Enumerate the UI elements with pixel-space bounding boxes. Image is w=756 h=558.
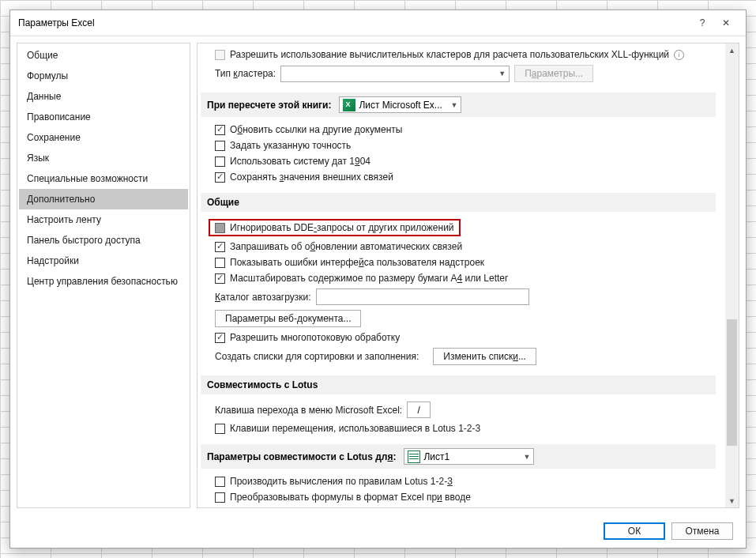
ignore-dde-checkbox[interactable] bbox=[215, 223, 225, 233]
content-panel: Разрешить использование вычислительных к… bbox=[197, 43, 725, 507]
chevron-down-icon: ▼ bbox=[498, 70, 506, 77]
ask-update-checkbox[interactable] bbox=[215, 242, 225, 252]
show-addin-err-checkbox[interactable] bbox=[215, 258, 225, 268]
recalc-book-select[interactable]: Лист Microsoft Ex... ▼ bbox=[339, 96, 461, 113]
dialog-title: Параметры Excel bbox=[18, 17, 690, 28]
recalc-section-header: При пересчете этой книги: Лист Microsoft… bbox=[201, 92, 716, 117]
update-links-checkbox[interactable] bbox=[215, 125, 225, 135]
allow-xll-checkbox bbox=[215, 50, 225, 60]
edit-lists-button[interactable]: Изменить списки... bbox=[433, 348, 536, 365]
sidebar-item-proofing[interactable]: Правописание bbox=[19, 107, 188, 127]
excel-options-dialog: Параметры Excel ? ✕ Общие Формулы Данные… bbox=[9, 9, 747, 549]
content-area: Разрешить использование вычислительных к… bbox=[197, 43, 739, 508]
menu-key-label: Клавиша перехода в меню Microsoft Excel: bbox=[215, 405, 402, 416]
lotus-convert-formulas-label: Преобразовывать формулы в формат Excel п… bbox=[230, 492, 471, 503]
save-ext-label: Сохранять значения внешних связей bbox=[230, 172, 393, 183]
set-precision-checkbox[interactable] bbox=[215, 141, 225, 151]
set-precision-label: Задать указанную точность bbox=[230, 140, 351, 151]
ask-update-label: Запрашивать об обновлении автоматических… bbox=[230, 241, 462, 252]
sidebar-item-accessibility[interactable]: Специальные возможности bbox=[19, 168, 188, 189]
dialog-body: Общие Формулы Данные Правописание Сохран… bbox=[10, 36, 746, 515]
web-options-button[interactable]: Параметры веб-документа... bbox=[215, 310, 361, 327]
create-lists-label: Создать списки для сортировки и заполнен… bbox=[215, 351, 419, 362]
excel-icon bbox=[343, 99, 355, 111]
scroll-down-arrow-icon[interactable]: ▼ bbox=[725, 494, 739, 507]
lotus-compat-section-header: Совместимость с Lotus bbox=[201, 375, 716, 394]
scroll-thumb[interactable] bbox=[727, 319, 737, 446]
sidebar-item-formulas[interactable]: Формулы bbox=[19, 66, 188, 86]
vertical-scrollbar[interactable]: ▲ ▼ bbox=[725, 43, 739, 507]
ok-button[interactable]: ОК bbox=[604, 522, 665, 540]
sidebar-item-data[interactable]: Данные bbox=[19, 86, 188, 107]
multithread-label: Разрешить многопотоковую обработку bbox=[230, 332, 400, 343]
sheet-icon bbox=[408, 451, 420, 463]
menu-key-input[interactable] bbox=[407, 402, 431, 418]
sidebar-item-trust-center[interactable]: Центр управления безопасностью bbox=[19, 271, 188, 292]
help-button[interactable]: ? bbox=[690, 13, 714, 32]
transition-nav-label: Клавиши перемещения, использовавшиеся в … bbox=[230, 423, 480, 434]
use-1904-label: Использовать систему дат 1904 bbox=[230, 156, 370, 167]
cluster-params-button: Параметры... bbox=[514, 65, 593, 82]
lotus-sheet-select[interactable]: Лист1 ▼ bbox=[404, 448, 534, 465]
lotus-sheet-section-label: Параметры совместимости с Lotus для: bbox=[207, 451, 396, 462]
transition-nav-checkbox[interactable] bbox=[215, 424, 225, 434]
chevron-down-icon: ▼ bbox=[450, 101, 457, 109]
close-button[interactable]: ✕ bbox=[714, 13, 738, 32]
scroll-track[interactable] bbox=[725, 57, 739, 494]
cluster-type-label: Тип кластера: bbox=[215, 68, 276, 79]
scroll-up-arrow-icon[interactable]: ▲ bbox=[725, 43, 739, 57]
update-links-label: Обновить ссылки на другие документы bbox=[230, 124, 402, 135]
startup-dir-input[interactable] bbox=[316, 288, 529, 305]
save-ext-checkbox[interactable] bbox=[215, 172, 225, 183]
sidebar-item-save[interactable]: Сохранение bbox=[19, 127, 188, 148]
sidebar: Общие Формулы Данные Правописание Сохран… bbox=[17, 43, 190, 508]
chevron-down-icon: ▼ bbox=[524, 453, 531, 461]
lotus-sheet-section-header: Параметры совместимости с Lotus для: Лис… bbox=[201, 444, 716, 469]
titlebar: Параметры Excel ? ✕ bbox=[10, 10, 746, 36]
info-icon[interactable]: i bbox=[674, 50, 684, 60]
show-addin-err-label: Показывать ошибки интерфейса пользовател… bbox=[230, 257, 484, 268]
use-1904-checkbox[interactable] bbox=[215, 156, 225, 167]
scale-a4-checkbox[interactable] bbox=[215, 273, 225, 284]
sidebar-item-general[interactable]: Общие bbox=[19, 45, 188, 66]
multithread-checkbox[interactable] bbox=[215, 333, 225, 343]
sidebar-item-quick-access[interactable]: Панель быстрого доступа bbox=[19, 230, 188, 251]
sidebar-item-advanced[interactable]: Дополнительно bbox=[19, 189, 188, 209]
sidebar-item-language[interactable]: Язык bbox=[19, 148, 188, 168]
general-section-header: Общие bbox=[201, 193, 716, 212]
sidebar-item-customize-ribbon[interactable]: Настроить ленту bbox=[19, 209, 188, 230]
startup-dir-label: Каталог автозагрузки: bbox=[215, 292, 311, 303]
allow-xll-label: Разрешить использование вычислительных к… bbox=[230, 49, 669, 60]
cluster-type-select[interactable]: ▼ bbox=[280, 66, 510, 82]
cancel-button[interactable]: Отмена bbox=[671, 522, 733, 540]
lotus-convert-formulas-checkbox[interactable] bbox=[215, 492, 225, 503]
recalc-section-label: При пересчете этой книги: bbox=[207, 100, 331, 111]
ignore-dde-label: Игнорировать DDE-запросы от других прило… bbox=[230, 222, 454, 233]
sidebar-item-addins[interactable]: Надстройки bbox=[19, 251, 188, 271]
dialog-footer: ОК Отмена bbox=[10, 515, 746, 548]
lotus-calc-rules-label: Производить вычисления по правилам Lotus… bbox=[230, 476, 453, 487]
scale-a4-label: Масштабировать содержимое по размеру бум… bbox=[230, 273, 508, 284]
lotus-calc-rules-checkbox[interactable] bbox=[215, 477, 225, 487]
dde-highlight: Игнорировать DDE-запросы от других прило… bbox=[209, 219, 461, 236]
